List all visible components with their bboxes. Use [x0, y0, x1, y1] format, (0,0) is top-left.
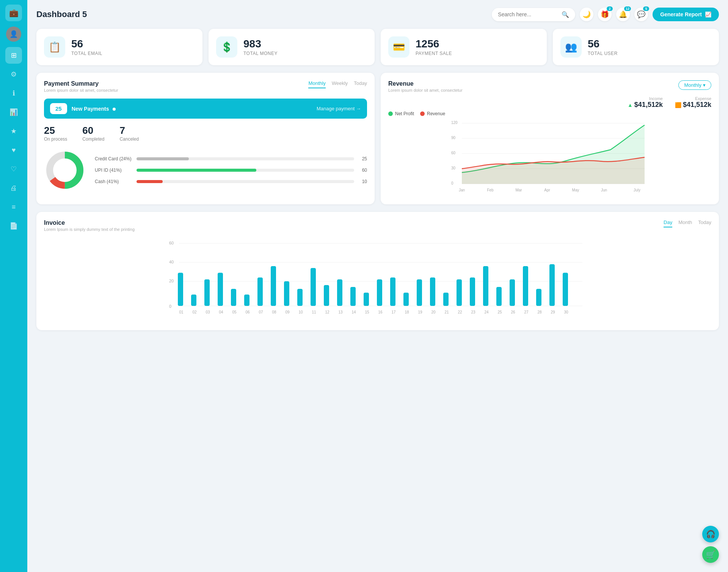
bar-26 — [510, 279, 515, 306]
net-profit-dot — [388, 111, 393, 116]
canceled-label: Canceled — [119, 136, 139, 142]
income-block: Income ▲ $41,512k — [628, 96, 663, 109]
revenue-dropdown-label: Monthly — [684, 82, 701, 88]
main-content: Dashboard 5 🔍 🌙 🎁 2 🔔 12 💬 5 Generate Re… — [27, 0, 728, 572]
gift-icon-button[interactable]: 🎁 2 — [598, 8, 612, 21]
search-icon: 🔍 — [562, 11, 569, 18]
donut-chart — [44, 149, 86, 191]
expense-block: Expense 🟧 $41,512k — [675, 96, 711, 109]
header: Dashboard 5 🔍 🌙 🎁 2 🔔 12 💬 5 Generate Re… — [36, 8, 719, 21]
svg-text:02: 02 — [192, 310, 197, 314]
invoice-tab-day[interactable]: Day — [664, 219, 672, 227]
bell-icon-button[interactable]: 🔔 12 — [616, 8, 630, 21]
invoice-title: Invoice — [44, 219, 135, 226]
stat-canceled: 7 Canceled — [119, 125, 139, 142]
invoice-subtitle: Lorem Ipsum is simply dummy text of the … — [44, 227, 135, 232]
svg-text:22: 22 — [458, 310, 462, 314]
bell-badge: 12 — [624, 6, 631, 11]
invoice-tab-month[interactable]: Month — [678, 219, 692, 227]
bar-10 — [297, 289, 303, 306]
invoice-bar-chart: 60 40 20 0 01020304050607080910111213141… — [44, 238, 711, 323]
fab-headset[interactable]: 🎧 — [702, 526, 719, 542]
sidebar-item-print[interactable]: 🖨 — [5, 180, 22, 196]
page-title: Dashboard 5 — [36, 9, 87, 19]
invoice-tab-today[interactable]: Today — [698, 219, 711, 227]
sidebar-item-chart[interactable]: 📊 — [5, 104, 22, 121]
svg-text:15: 15 — [365, 310, 369, 314]
chevron-down-icon: ▾ — [703, 82, 706, 88]
invoice-card: Invoice Lorem Ipsum is simply dummy text… — [36, 212, 719, 330]
stat-user-info: 56 TOTAL USER — [588, 38, 618, 56]
bar-12 — [324, 285, 329, 306]
bar-18 — [403, 293, 409, 306]
svg-text:0: 0 — [451, 181, 453, 185]
user-label: TOTAL USER — [588, 51, 618, 56]
revenue-title-group: Revenue Lorem ipsum dolor sit amet, cons… — [388, 80, 463, 92]
bar-21 — [443, 293, 449, 306]
bar-03 — [204, 279, 210, 306]
payment-summary-card: Payment Summary Lorem ipsum dolor sit am… — [36, 73, 375, 204]
svg-text:Apr: Apr — [544, 188, 550, 192]
revenue-monthly-dropdown[interactable]: Monthly ▾ — [678, 80, 711, 90]
search-input[interactable] — [498, 11, 559, 17]
bar-19 — [417, 279, 422, 306]
sidebar-item-doc[interactable]: 📄 — [5, 218, 22, 234]
stat-payment-info: 1256 PAYMENT SALE — [416, 38, 452, 56]
sidebar-item-heart1[interactable]: ♥ — [5, 142, 22, 158]
stat-card-money: 💲 983 TOTAL MONEY — [209, 29, 375, 65]
payment-count: 1256 — [416, 38, 452, 50]
svg-text:14: 14 — [351, 310, 356, 314]
bar-07 — [257, 277, 263, 306]
chat-icon-button[interactable]: 💬 5 — [634, 8, 648, 21]
svg-text:04: 04 — [219, 310, 223, 314]
generate-report-button[interactable]: Generate Report 📈 — [653, 8, 719, 21]
svg-text:19: 19 — [418, 310, 422, 314]
dark-mode-toggle[interactable]: 🌙 — [580, 8, 593, 21]
svg-text:28: 28 — [537, 310, 542, 314]
sidebar-item-settings[interactable]: ⚙ — [5, 66, 22, 83]
svg-text:18: 18 — [405, 310, 409, 314]
new-payments-count: 25 — [50, 103, 67, 114]
svg-text:16: 16 — [378, 310, 383, 314]
svg-text:Jun: Jun — [601, 188, 607, 192]
pb-credit-fill — [136, 157, 189, 160]
svg-text:26: 26 — [511, 310, 515, 314]
pb-cash-label: Cash (41%) — [95, 179, 133, 184]
svg-text:Feb: Feb — [487, 188, 494, 192]
invoice-title-group: Invoice Lorem Ipsum is simply dummy text… — [44, 219, 135, 232]
bar-13 — [337, 279, 342, 306]
user-count: 56 — [588, 38, 618, 50]
stat-email-info: 56 TOTAL EMAIL — [71, 38, 102, 56]
svg-text:17: 17 — [391, 310, 396, 314]
svg-text:08: 08 — [272, 310, 276, 314]
stat-card-payment: 💳 1256 PAYMENT SALE — [381, 29, 547, 65]
invoice-header: Invoice Lorem Ipsum is simply dummy text… — [44, 219, 711, 232]
tab-today[interactable]: Today — [354, 80, 367, 88]
bar-08 — [271, 266, 276, 306]
email-count: 56 — [71, 38, 102, 50]
revenue-legend: Net Profit Revenue — [388, 111, 711, 116]
sidebar-item-dashboard[interactable]: ⊞ — [5, 47, 22, 64]
sidebar-item-heart2[interactable]: ♡ — [5, 161, 22, 177]
sidebar-item-list[interactable]: ≡ — [5, 199, 22, 215]
svg-text:May: May — [572, 188, 579, 192]
revenue-dot — [420, 111, 425, 116]
svg-text:23: 23 — [471, 310, 475, 314]
search-box[interactable]: 🔍 — [492, 8, 575, 21]
manage-payment-link[interactable]: Manage payment → — [317, 106, 361, 111]
bar-17 — [390, 277, 395, 306]
bar-20 — [430, 277, 435, 306]
chart-bar-icon: 📈 — [705, 11, 711, 17]
tab-weekly[interactable]: Weekly — [332, 80, 348, 88]
sidebar-item-info[interactable]: ℹ — [5, 85, 22, 102]
expense-icon: 🟧 — [675, 102, 681, 108]
sidebar-item-star[interactable]: ★ — [5, 123, 22, 139]
tab-monthly[interactable]: Monthly — [308, 80, 326, 88]
fab-cart[interactable]: 🛒 — [702, 546, 719, 563]
svg-text:06: 06 — [245, 310, 250, 314]
expense-value: $41,512k — [683, 101, 711, 109]
chat-badge: 5 — [643, 6, 649, 11]
user-avatar[interactable]: 👤 — [6, 27, 21, 42]
pb-cash-fill — [136, 180, 163, 183]
svg-text:20: 20 — [431, 310, 436, 314]
